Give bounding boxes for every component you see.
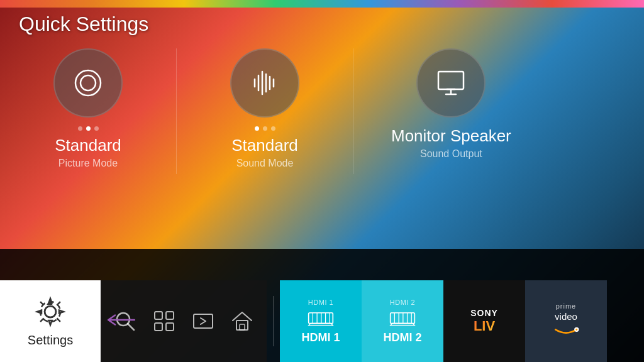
hdmi1-top-label: HDMI 1 bbox=[308, 299, 333, 306]
sony-liv-logo: SONY LIV bbox=[470, 308, 498, 334]
svg-point-13 bbox=[45, 306, 56, 317]
svg-rect-20 bbox=[155, 323, 162, 331]
settings-label: Settings bbox=[28, 333, 73, 348]
dot-6 bbox=[271, 126, 275, 131]
hdmi2-tile[interactable]: HDMI 2 HDMI 2 bbox=[362, 280, 443, 362]
svg-rect-24 bbox=[240, 324, 245, 330]
settings-tile[interactable]: Settings bbox=[0, 280, 101, 362]
sound-mode-value: Standard bbox=[231, 136, 298, 155]
prime-smile-icon bbox=[553, 323, 579, 341]
source-icon bbox=[191, 309, 215, 333]
quick-settings-area: Quick Settings Standard Picture Mode bbox=[0, 13, 644, 174]
svg-rect-23 bbox=[236, 321, 248, 330]
top-stripe bbox=[0, 0, 644, 8]
sound-mode-dots bbox=[255, 126, 275, 131]
picture-icon bbox=[69, 64, 107, 102]
dot-1 bbox=[78, 126, 82, 131]
settings-items: Standard Picture Mode bbox=[38, 48, 644, 174]
setting-item-sound-output[interactable]: Monitor Speaker Sound Output bbox=[391, 48, 511, 160]
sony-text: SONY bbox=[470, 308, 498, 318]
dot-5 bbox=[263, 126, 267, 131]
prime-video-text: video bbox=[555, 311, 577, 322]
home-icon bbox=[230, 309, 254, 333]
hdmi2-icon bbox=[389, 310, 416, 327]
monitor-icon bbox=[432, 64, 470, 102]
home-button[interactable] bbox=[230, 309, 254, 333]
apps-button[interactable] bbox=[152, 309, 176, 333]
sound-output-icon-circle bbox=[416, 48, 486, 118]
source-button[interactable] bbox=[191, 309, 215, 333]
hdmi1-tile[interactable]: HDMI 1 HDMI 1 bbox=[280, 280, 362, 362]
hdmi2-top-label: HDMI 2 bbox=[390, 299, 415, 306]
svg-rect-8 bbox=[438, 72, 464, 89]
apps-icon bbox=[152, 309, 176, 333]
arrow-indicator bbox=[106, 310, 137, 332]
taskbar-divider bbox=[273, 296, 274, 346]
svg-point-39 bbox=[575, 327, 578, 331]
svg-rect-22 bbox=[194, 314, 213, 328]
sony-liv-tile[interactable]: SONY LIV bbox=[443, 280, 525, 362]
taskbar-tiles: HDMI 1 HDMI 1 HDMI 2 bbox=[280, 280, 644, 362]
divider-1 bbox=[176, 48, 177, 174]
dot-2 bbox=[86, 126, 91, 131]
setting-item-sound-mode[interactable]: Standard Sound Mode bbox=[214, 48, 315, 169]
divider-2 bbox=[353, 48, 353, 174]
svg-rect-32 bbox=[391, 312, 415, 323]
picture-mode-icon-circle bbox=[53, 48, 123, 118]
sound-mode-label: Sound Mode bbox=[236, 158, 294, 169]
svg-point-1 bbox=[80, 75, 96, 90]
gear-icon bbox=[34, 295, 67, 328]
prime-logo: prime video bbox=[553, 302, 579, 341]
picture-mode-label: Picture Mode bbox=[58, 158, 118, 169]
sound-output-value: Monitor Speaker bbox=[391, 126, 511, 146]
dot-3 bbox=[94, 126, 99, 131]
sound-icon bbox=[246, 64, 284, 102]
liv-text: LIV bbox=[474, 318, 495, 334]
setting-item-picture-mode[interactable]: Standard Picture Mode bbox=[38, 48, 138, 169]
sound-output-label: Sound Output bbox=[420, 148, 482, 160]
taskbar: Settings bbox=[0, 280, 644, 362]
prime-text: prime bbox=[556, 302, 577, 310]
svg-rect-21 bbox=[166, 323, 174, 331]
sound-mode-icon-circle bbox=[230, 48, 299, 118]
prime-video-tile[interactable]: prime video bbox=[525, 280, 607, 362]
hdmi1-icon bbox=[308, 310, 334, 327]
svg-point-0 bbox=[75, 70, 101, 96]
quick-settings-title: Quick Settings bbox=[19, 13, 644, 36]
dot-4 bbox=[255, 126, 259, 131]
hdmi1-main-label: HDMI 1 bbox=[301, 331, 340, 344]
svg-rect-18 bbox=[155, 312, 162, 319]
svg-rect-25 bbox=[309, 312, 333, 323]
picture-mode-dots bbox=[78, 126, 99, 131]
picture-mode-value: Standard bbox=[55, 136, 121, 155]
svg-rect-19 bbox=[166, 312, 174, 319]
hdmi2-main-label: HDMI 2 bbox=[383, 331, 421, 344]
